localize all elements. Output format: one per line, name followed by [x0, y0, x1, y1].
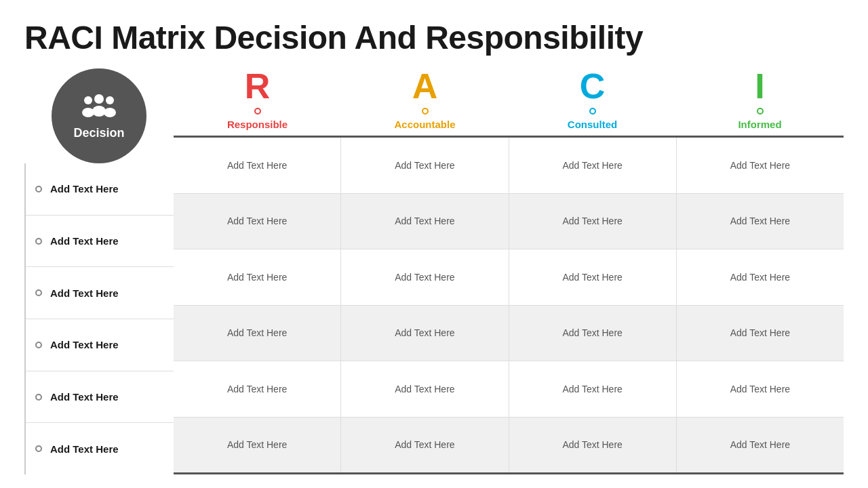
- header-dot-a: [422, 108, 429, 115]
- header-cell-r: RResponsible: [174, 68, 341, 136]
- matrix-cell-4-2: Add Text Here: [509, 361, 677, 417]
- matrix-row-1: Add Text HereAdd Text HereAdd Text HereA…: [174, 194, 844, 250]
- svg-point-0: [94, 94, 104, 104]
- svg-point-4: [106, 96, 114, 104]
- raci-letter-i: I: [755, 68, 764, 104]
- matrix-cell-2-3: Add Text Here: [677, 249, 844, 305]
- header-cell-c: CConsulted: [509, 68, 676, 136]
- left-row-1: Add Text Here: [26, 216, 174, 268]
- matrix-cell-5-3: Add Text Here: [677, 418, 844, 473]
- left-row-5: Add Text Here: [26, 423, 174, 474]
- header-cell-i: IInformed: [676, 68, 844, 136]
- matrix-cell-1-1: Add Text Here: [341, 194, 509, 249]
- raci-name-r: Responsible: [227, 119, 288, 130]
- matrix-cell-1-2: Add Text Here: [509, 194, 677, 249]
- svg-point-2: [84, 96, 92, 104]
- matrix-cell-2-2: Add Text Here: [509, 249, 677, 305]
- row-label-2: Add Text Here: [50, 287, 119, 299]
- svg-point-1: [92, 106, 106, 117]
- matrix-cell-2-1: Add Text Here: [341, 249, 509, 305]
- people-icon: [80, 92, 118, 122]
- decision-label: Decision: [73, 126, 124, 140]
- raci-name-c: Consulted: [568, 119, 617, 130]
- svg-point-5: [104, 108, 116, 117]
- matrix-cell-4-1: Add Text Here: [341, 361, 509, 417]
- page-title: RACI Matrix Decision And Responsibility: [24, 19, 844, 56]
- raci-name-i: Informed: [738, 119, 781, 130]
- matrix-row-2: Add Text HereAdd Text HereAdd Text HereA…: [174, 249, 844, 306]
- row-dot-3: [35, 342, 42, 348]
- header-dot-i: [757, 108, 764, 115]
- svg-point-3: [82, 108, 94, 117]
- matrix-cell-1-3: Add Text Here: [677, 194, 844, 249]
- row-dot-0: [35, 186, 42, 192]
- matrix-cell-0-3: Add Text Here: [677, 138, 844, 193]
- decision-badge: Decision: [52, 68, 146, 163]
- matrix-cell-3-2: Add Text Here: [509, 306, 677, 361]
- left-row-3: Add Text Here: [26, 319, 174, 371]
- matrix-cell-0-0: Add Text Here: [174, 138, 341, 193]
- matrix-cell-3-3: Add Text Here: [677, 306, 844, 361]
- row-dot-2: [35, 289, 42, 296]
- matrix-cell-2-0: Add Text Here: [174, 249, 341, 305]
- matrix-cell-5-0: Add Text Here: [174, 418, 341, 473]
- matrix-cell-4-0: Add Text Here: [174, 361, 341, 417]
- matrix-cell-1-0: Add Text Here: [174, 194, 341, 249]
- matrix-cell-0-1: Add Text Here: [341, 138, 509, 193]
- row-dot-4: [35, 394, 42, 401]
- row-label-3: Add Text Here: [50, 339, 119, 350]
- matrix-cell-5-1: Add Text Here: [341, 418, 509, 473]
- raci-name-a: Accountable: [394, 119, 455, 130]
- row-dot-1: [35, 238, 42, 245]
- matrix-row-3: Add Text HereAdd Text HereAdd Text HereA…: [174, 306, 844, 362]
- row-label-5: Add Text Here: [50, 443, 119, 455]
- header-cell-a: AAccountable: [341, 68, 509, 136]
- row-label-0: Add Text Here: [50, 183, 119, 195]
- row-label-1: Add Text Here: [50, 235, 119, 247]
- matrix-row-4: Add Text HereAdd Text HereAdd Text HereA…: [174, 361, 844, 418]
- left-row-2: Add Text Here: [26, 267, 174, 319]
- matrix-cell-3-1: Add Text Here: [341, 306, 509, 361]
- header-dot-r: [254, 108, 261, 115]
- left-row-4: Add Text Here: [26, 371, 174, 424]
- matrix-cell-4-3: Add Text Here: [677, 361, 844, 417]
- raci-letter-a: A: [412, 68, 438, 104]
- matrix-row-5: Add Text HereAdd Text HereAdd Text HereA…: [174, 418, 844, 473]
- matrix-row-0: Add Text HereAdd Text HereAdd Text HereA…: [174, 138, 844, 194]
- raci-letter-c: C: [580, 68, 606, 104]
- header-dot-c: [589, 108, 596, 115]
- raci-letter-r: R: [245, 68, 271, 104]
- row-label-4: Add Text Here: [50, 391, 119, 403]
- matrix-cell-5-2: Add Text Here: [509, 418, 677, 473]
- matrix-cell-3-0: Add Text Here: [174, 306, 341, 361]
- matrix-cell-0-2: Add Text Here: [509, 138, 677, 193]
- row-dot-5: [35, 445, 42, 452]
- left-row-0: Add Text Here: [26, 163, 174, 216]
